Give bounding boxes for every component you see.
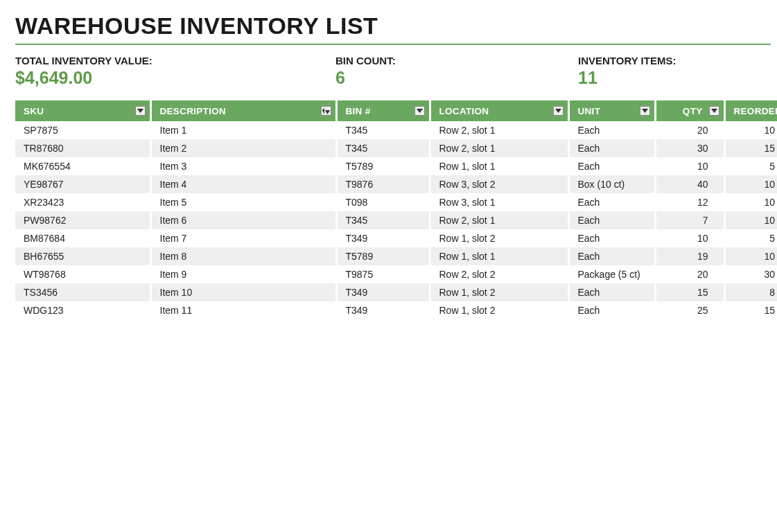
cell-location: Row 3, slot 1 xyxy=(430,193,568,211)
cell-bin: T349 xyxy=(336,301,430,319)
cell-unit: Package (5 ct) xyxy=(568,265,655,283)
cell-unit: Each xyxy=(568,211,655,229)
filter-dropdown-icon[interactable] xyxy=(709,106,719,116)
cell-reorder: 15 xyxy=(724,139,777,157)
cell-location: Row 3, slot 2 xyxy=(430,175,568,193)
cell-sku: TR87680 xyxy=(15,139,150,157)
table-row: PW98762Item 6T345Row 2, slot 1Each710 xyxy=(15,211,777,229)
cell-sku: BM87684 xyxy=(15,229,150,247)
cell-reorder: 5 xyxy=(724,229,777,247)
cell-description: Item 11 xyxy=(150,301,336,319)
summary-total: TOTAL INVENTORY VALUE: $4,649.00 xyxy=(15,55,335,88)
cell-location: Row 2, slot 2 xyxy=(430,265,568,283)
summary-row: TOTAL INVENTORY VALUE: $4,649.00 BIN COU… xyxy=(15,55,777,88)
table-row: BH67655Item 8T5789Row 1, slot 1Each1910 xyxy=(15,247,777,265)
cell-bin: T345 xyxy=(336,139,430,157)
col-reorder[interactable]: REORDER xyxy=(724,100,777,121)
cell-sku: SP7875 xyxy=(15,121,150,139)
cell-unit: Each xyxy=(568,121,655,139)
cell-bin: T349 xyxy=(336,229,430,247)
cell-bin: T5789 xyxy=(336,247,430,265)
cell-sku: WDG123 xyxy=(15,301,150,319)
col-location[interactable]: LOCATION xyxy=(430,100,568,121)
summary-bins: BIN COUNT: 6 xyxy=(335,55,578,88)
cell-location: Row 1, slot 2 xyxy=(430,301,568,319)
table-row: WT98768Item 9T9875Row 2, slot 2Package (… xyxy=(15,265,777,283)
cell-bin: T349 xyxy=(336,283,430,301)
cell-reorder: 10 xyxy=(724,175,777,193)
svg-marker-3 xyxy=(417,109,423,113)
summary-bins-label: BIN COUNT: xyxy=(335,55,578,66)
table-body: SP7875Item 1T345Row 2, slot 1Each2010TR8… xyxy=(15,121,777,319)
cell-reorder: 5 xyxy=(724,157,777,175)
cell-qty: 7 xyxy=(655,211,724,229)
table-row: YE98767Item 4T9876Row 3, slot 2Box (10 c… xyxy=(15,175,777,193)
cell-description: Item 4 xyxy=(150,175,336,193)
inventory-table: SKU DESCRIPTION BIN # xyxy=(15,100,777,319)
col-sku[interactable]: SKU xyxy=(15,100,150,121)
cell-description: Item 5 xyxy=(150,193,336,211)
summary-total-value: $4,649.00 xyxy=(15,68,335,88)
cell-description: Item 7 xyxy=(150,229,336,247)
cell-qty: 12 xyxy=(655,193,724,211)
cell-reorder: 8 xyxy=(724,283,777,301)
cell-qty: 20 xyxy=(655,265,724,283)
cell-qty: 30 xyxy=(655,139,724,157)
svg-marker-2 xyxy=(325,110,330,114)
cell-location: Row 2, slot 1 xyxy=(430,211,568,229)
filter-dropdown-icon[interactable] xyxy=(553,106,564,116)
cell-bin: T9876 xyxy=(336,175,430,193)
svg-marker-5 xyxy=(642,109,648,113)
cell-location: Row 1, slot 1 xyxy=(430,247,568,265)
cell-sku: WT98768 xyxy=(15,265,150,283)
cell-qty: 10 xyxy=(655,229,724,247)
filter-dropdown-icon[interactable] xyxy=(414,106,425,116)
sort-asc-icon[interactable] xyxy=(321,106,331,116)
filter-dropdown-icon[interactable] xyxy=(640,106,650,116)
cell-bin: T5789 xyxy=(336,157,430,175)
cell-description: Item 6 xyxy=(150,211,336,229)
table-row: TR87680Item 2T345Row 2, slot 1Each3015 xyxy=(15,139,777,157)
cell-location: Row 1, slot 2 xyxy=(430,283,568,301)
title-divider xyxy=(15,44,771,45)
cell-unit: Each xyxy=(568,229,655,247)
col-unit[interactable]: UNIT xyxy=(568,100,655,121)
cell-bin: T345 xyxy=(336,211,430,229)
cell-location: Row 1, slot 2 xyxy=(430,229,568,247)
cell-reorder: 10 xyxy=(724,247,777,265)
cell-description: Item 1 xyxy=(150,121,336,139)
table-row: XR23423Item 5T098Row 3, slot 1Each1210 xyxy=(15,193,777,211)
table-row: WDG123Item 11T349Row 1, slot 2Each2515 xyxy=(15,301,777,319)
col-location-label: LOCATION xyxy=(439,106,489,116)
cell-reorder: 10 xyxy=(724,121,777,139)
cell-qty: 40 xyxy=(655,175,724,193)
table-row: MK676554Item 3T5789Row 1, slot 1Each105 xyxy=(15,157,777,175)
summary-items-label: INVENTORY ITEMS: xyxy=(578,55,772,66)
cell-location: Row 1, slot 1 xyxy=(430,157,568,175)
svg-marker-1 xyxy=(322,108,324,114)
cell-reorder: 10 xyxy=(724,211,777,229)
cell-sku: BH67655 xyxy=(15,247,150,265)
col-description[interactable]: DESCRIPTION xyxy=(150,100,336,121)
cell-qty: 25 xyxy=(655,301,724,319)
cell-sku: XR23423 xyxy=(15,193,150,211)
cell-qty: 19 xyxy=(655,247,724,265)
cell-reorder: 30 xyxy=(724,265,777,283)
cell-qty: 20 xyxy=(655,121,724,139)
col-bin[interactable]: BIN # xyxy=(336,100,430,121)
svg-marker-6 xyxy=(711,109,717,113)
cell-qty: 15 xyxy=(655,283,724,301)
filter-dropdown-icon[interactable] xyxy=(135,106,146,116)
cell-unit: Each xyxy=(568,283,655,301)
col-qty[interactable]: QTY xyxy=(655,100,724,121)
cell-location: Row 2, slot 1 xyxy=(430,139,568,157)
col-sku-label: SKU xyxy=(24,106,44,116)
col-description-label: DESCRIPTION xyxy=(160,106,227,116)
cell-bin: T345 xyxy=(336,121,430,139)
cell-description: Item 2 xyxy=(150,139,336,157)
cell-qty: 10 xyxy=(655,157,724,175)
table-header-row: SKU DESCRIPTION BIN # xyxy=(15,100,777,121)
summary-items: INVENTORY ITEMS: 11 xyxy=(578,55,772,88)
cell-reorder: 10 xyxy=(724,193,777,211)
table-row: BM87684Item 7T349Row 1, slot 2Each105 xyxy=(15,229,777,247)
